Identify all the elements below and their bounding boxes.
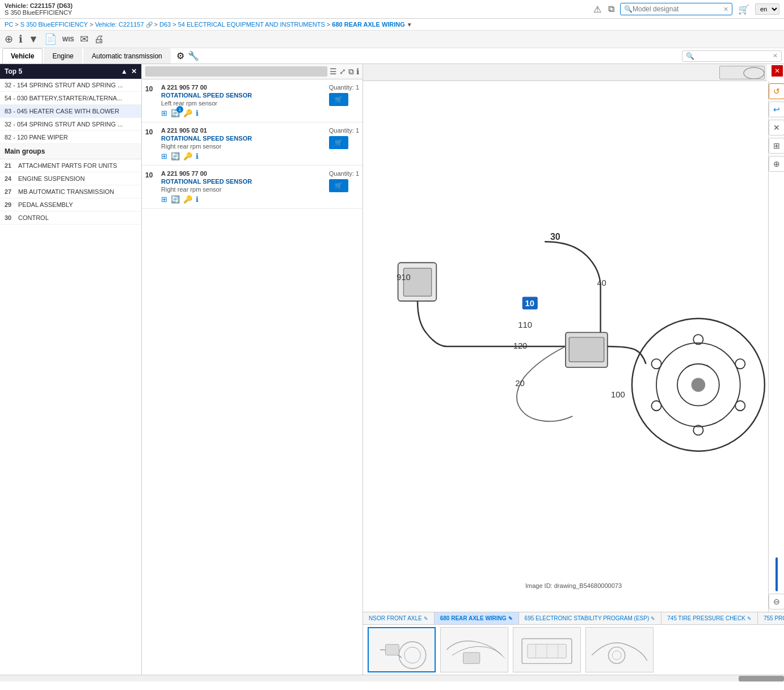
email-icon[interactable]: ✉ [80, 33, 88, 45]
part-grid-icon-0[interactable]: ⊞ [161, 109, 167, 117]
sidebar-item-top5-0[interactable]: 32 - 154 SPRING STRUT AND SPRING ... [0, 79, 141, 92]
breadcrumb-vehicle[interactable]: Vehicle: C221157 [95, 21, 144, 28]
part-key-icon-1[interactable]: 🔑 [183, 152, 192, 160]
thumbnail-2[interactable] [513, 627, 581, 672]
diag-grid-icon[interactable]: ⊞ [769, 138, 785, 154]
model-search-input[interactable] [633, 5, 723, 13]
search-clear-icon[interactable]: ✕ [723, 6, 728, 13]
part-qty-2: Quantity: 1 🛒 [329, 170, 359, 192]
vehicle-info: Vehicle: C221157 (D63) S 350 BlueEFFICIE… [5, 2, 73, 16]
bottom-tab-2[interactable]: 695 ELECTRONIC STABILITY PROGRAM (ESP) ✎ [519, 612, 662, 624]
part-pos-1: 10 [145, 127, 157, 136]
sidebar-item-top5-4[interactable]: 82 - 120 PANE WIPER [0, 131, 141, 144]
parts-expand-icon[interactable]: ⤢ [339, 67, 346, 76]
part-detail-icon-2[interactable]: ℹ [196, 195, 199, 204]
part-grid-icon-2[interactable]: ⊞ [161, 195, 167, 204]
breadcrumb-rear-axle[interactable]: 680 REAR AXLE WIRING [332, 21, 405, 28]
sidebar-group-24[interactable]: 24 ENGINE SUSPENSION [0, 172, 141, 185]
tab-vehicle[interactable]: Vehicle [2, 48, 43, 64]
thumbnail-0[interactable] [368, 627, 436, 672]
svg-rect-31 [463, 653, 480, 664]
tab-engine[interactable]: Engine [44, 48, 82, 64]
bottom-tab-3-edit-icon[interactable]: ✎ [747, 616, 752, 621]
svg-text:120: 120 [513, 341, 528, 350]
info-icon[interactable]: ℹ [19, 33, 23, 45]
thumbnail-3[interactable] [585, 627, 654, 672]
toolbar-icons: ⊕ ℹ ▼ 📄 WIS ✉ 🖨 [5, 33, 104, 45]
thumbnail-1[interactable] [440, 627, 508, 672]
part-detail-icon-0[interactable]: ℹ [196, 109, 199, 117]
sidebar-group-27[interactable]: 27 MB AUTOMATIC TRANSMISSION [0, 185, 141, 198]
part-name-2: ROTATIONAL SPEED SENSOR [161, 178, 324, 185]
parts-copy-icon[interactable]: ⧉ [348, 67, 354, 77]
diag-rotate-icon[interactable]: ↺ [769, 83, 785, 99]
breadcrumb-expand-icon[interactable]: ▼ [407, 22, 412, 28]
cart-icon[interactable]: 🛒 [737, 3, 751, 16]
svg-point-6 [692, 378, 706, 392]
part-grid-icon-1[interactable]: ⊞ [161, 152, 167, 160]
vehicle-link-icon[interactable]: 🔗 [146, 22, 153, 28]
svg-rect-38 [587, 628, 653, 672]
bottom-tab-0[interactable]: NSOR FRONT AXLE ✎ [363, 612, 435, 624]
sidebar-group-30[interactable]: 30 CONTROL [0, 211, 141, 225]
tab-search-box: 🔍 ✕ [682, 50, 782, 62]
breadcrumb-s350[interactable]: S 350 BlueEFFICIENCY [20, 21, 88, 28]
sidebar-group-29[interactable]: 29 PEDAL ASSEMBLY [0, 198, 141, 211]
diagram-close-btn[interactable]: ✕ [772, 65, 783, 77]
bottom-tab-2-edit-icon[interactable]: ✎ [651, 616, 655, 621]
bottom-tab-4[interactable]: 755 PROXIMITY-CONTROLLED CRUISE CONTROL … [758, 612, 784, 624]
tab-automatic-transmission[interactable]: Automatic transmission [83, 48, 171, 64]
sidebar-item-top5-1[interactable]: 54 - 030 BATTERY,STARTER/ALTERNA... [0, 92, 141, 105]
part-info-1: A 221 905 02 01 ROTATIONAL SPEED SENSOR … [161, 127, 324, 160]
wis-icon[interactable]: WIS [62, 36, 74, 43]
tools-icon[interactable]: 🔧 [188, 50, 199, 61]
breadcrumb-d63[interactable]: D63 [159, 21, 171, 28]
sidebar-item-top5-3[interactable]: 32 - 054 SPRING STRUT AND SPRING ... [0, 118, 141, 131]
bottom-tab-0-edit-icon[interactable]: ✎ [424, 616, 428, 621]
sidebar-item-top5-2[interactable]: 83 - 045 HEATER CASE WITH BLOWER [0, 105, 141, 118]
settings-icon[interactable]: ⚙ [176, 50, 184, 61]
part-exchange-icon-0[interactable]: 🔄1 [171, 109, 180, 117]
document-icon[interactable]: 📄 [44, 33, 57, 45]
parts-info-icon[interactable]: ℹ [356, 67, 359, 76]
sidebar-group-21[interactable]: 21 ATTACHMENT PARTS FOR UNITS [0, 159, 141, 172]
diagram-area: ✕ [363, 64, 784, 612]
copy-icon[interactable]: ⧉ [607, 3, 616, 15]
tab-search-clear-icon[interactable]: ✕ [773, 52, 778, 60]
part-detail-icon-1[interactable]: ℹ [196, 152, 199, 160]
tab-search-input[interactable] [697, 53, 770, 60]
part-exchange-icon-1[interactable]: 🔄 [171, 152, 180, 160]
part-key-icon-0[interactable]: 🔑 [183, 109, 192, 117]
warning-icon[interactable]: ⚠ [592, 3, 602, 16]
breadcrumb-pc[interactable]: PC [5, 21, 13, 28]
bottom-tab-1[interactable]: 680 REAR AXLE WIRING ✎ [435, 612, 519, 624]
add-cart-btn-2[interactable]: 🛒 [329, 179, 348, 192]
parts-list-icon[interactable]: ☰ [330, 67, 337, 76]
part-key-icon-2[interactable]: 🔑 [183, 195, 192, 204]
part-exchange-icon-2[interactable]: 🔄 [171, 195, 180, 204]
diag-zoom-out-icon[interactable]: ⊖ [769, 594, 785, 609]
add-cart-btn-0[interactable]: 🛒 [329, 93, 348, 106]
part-number-2: A 221 905 77 00 [161, 170, 324, 177]
diag-cross-icon[interactable]: ✕ [769, 120, 785, 136]
print-icon[interactable]: 🖨 [94, 33, 104, 45]
filter-icon[interactable]: ▼ [28, 33, 39, 45]
bottom-tab-1-edit-icon[interactable]: ✎ [508, 616, 513, 621]
sidebar-close-icon[interactable]: ✕ [131, 67, 137, 75]
svg-rect-30 [441, 628, 508, 672]
part-icons-2: ⊞ 🔄 🔑 ℹ [161, 195, 324, 204]
bottom-tab-3[interactable]: 745 TIRE PRESSURE CHECK ✎ [661, 612, 758, 624]
scroll-thumb[interactable] [739, 676, 784, 681]
diag-zoom-in-icon[interactable]: ⊕ [769, 156, 785, 172]
sidebar: Top 5 ▲ ✕ 32 - 154 SPRING STRUT AND SPRI… [0, 64, 142, 675]
part-info-2: A 221 905 77 00 ROTATIONAL SPEED SENSOR … [161, 170, 324, 204]
bottom-scrollbar[interactable] [0, 675, 784, 681]
language-selector[interactable]: en de fr [755, 3, 779, 15]
add-cart-btn-1[interactable]: 🛒 [329, 136, 348, 149]
diag-history-icon[interactable]: ↩ [769, 101, 785, 117]
svg-text:110: 110 [518, 320, 532, 329]
breadcrumb-electrical[interactable]: 54 ELECTRICAL EQUIPMENT AND INSTRUMENTS [178, 21, 325, 28]
sidebar-collapse-icon[interactable]: ▲ [121, 67, 128, 75]
zoom-in-icon[interactable]: ⊕ [5, 33, 13, 45]
parts-search-input[interactable] [145, 66, 327, 77]
